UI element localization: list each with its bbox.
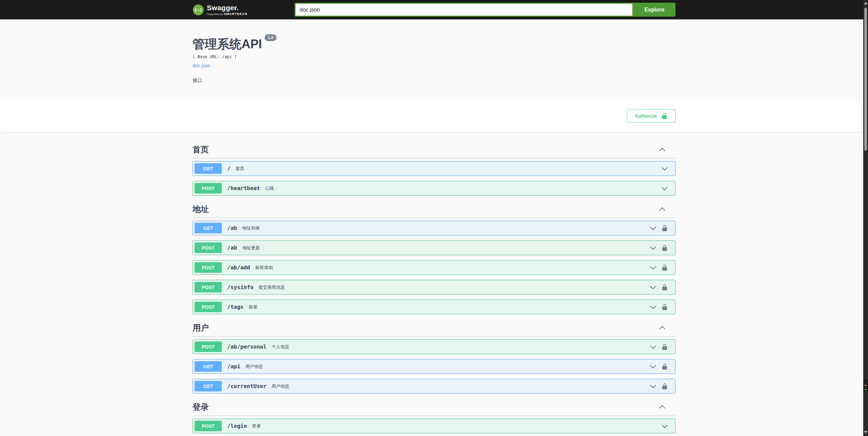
lock-icon-button[interactable] (661, 264, 668, 271)
chevron-down-icon[interactable] (661, 185, 668, 192)
lock-icon-button[interactable] (661, 284, 668, 291)
operation-summary: 心跳 (265, 185, 661, 191)
operation-path: /ab (227, 245, 237, 251)
operation-path: /api (227, 363, 240, 370)
topbar: {⋯} Swagger. Supported by SMARTBEAR Expl… (0, 0, 868, 19)
chevron-down-icon[interactable] (650, 363, 656, 370)
section-title: 登录 (193, 402, 209, 412)
method-badge: GET (195, 163, 222, 174)
chevron-up-icon[interactable] (659, 324, 666, 331)
operation-row[interactable]: POST /ab/personal 个人信息 (193, 339, 675, 354)
method-badge: POST (195, 282, 222, 292)
minimap-block (864, 380, 868, 391)
operation-summary: 个人信息 (272, 344, 650, 350)
unlock-icon (661, 113, 668, 119)
operation-row[interactable]: POST /heartbeat 心跳 (193, 181, 675, 196)
tag-section: 登录 POST /login 登录 POST /loginout 登录状态 (193, 399, 675, 436)
operation-path: /ab (227, 225, 237, 231)
operation-summary: 登录 (252, 423, 661, 429)
api-description: 接口 (193, 78, 675, 84)
method-badge: POST (195, 242, 222, 253)
operation-row[interactable]: GET /ab 地址列表 (193, 221, 675, 235)
scrollbar-thumb[interactable] (864, 8, 867, 151)
operation-summary: 地址列表 (242, 225, 650, 231)
tag-section: 首页 GET / 首页 POST /heartbeat 心跳 (193, 141, 675, 196)
method-badge: GET (195, 361, 222, 372)
authorize-button[interactable]: Authorize (627, 109, 675, 123)
method-badge: POST (195, 302, 222, 312)
lock-icon-button[interactable] (661, 225, 668, 232)
chevron-down-icon[interactable] (661, 423, 668, 430)
operation-row[interactable]: GET /currentUser 用户信息 (193, 379, 675, 393)
operation-summary: 标签添加 (255, 265, 650, 271)
scheme-container: Authorize (0, 100, 868, 132)
section-title: 用户 (193, 323, 209, 333)
operation-path: /heartbeat (227, 185, 260, 191)
tag-header[interactable]: 首页 (193, 141, 675, 158)
scroll-down-arrow[interactable] (864, 431, 867, 433)
scroll-up-arrow[interactable] (864, 2, 867, 4)
minimap-orange-marker (864, 385, 867, 386)
chevron-up-icon[interactable] (659, 404, 666, 410)
lock-icon-button[interactable] (661, 245, 668, 251)
explore-button[interactable]: Explore (633, 3, 675, 17)
spec-json-link[interactable]: doc.json (193, 63, 210, 68)
minimap-lines (864, 381, 867, 390)
section-title: 首页 (193, 145, 209, 155)
brand-subtitle: Supported by SMARTBEAR (207, 12, 248, 16)
operation-row[interactable]: POST /ab/add 标签添加 (193, 260, 675, 275)
operation-row[interactable]: POST /login 登录 (193, 419, 675, 433)
method-badge: POST (195, 421, 222, 431)
operation-path: /ab/add (227, 264, 250, 271)
tag-header[interactable]: 登录 (193, 399, 675, 416)
tag-section: 用户 POST /ab/personal 个人信息 (193, 319, 675, 393)
operation-path: /login (227, 423, 247, 429)
lock-icon-button[interactable] (661, 304, 668, 311)
operation-summary: 地址更新 (242, 245, 650, 251)
chevron-down-icon[interactable] (650, 304, 656, 311)
section-rows: POST /login 登录 POST /loginout 登录状态 (193, 419, 675, 436)
operation-path: /currentUser (227, 383, 267, 389)
operation-summary: 标签 (249, 304, 650, 310)
brand-title: Swagger. (207, 4, 248, 11)
chevron-down-icon[interactable] (650, 225, 656, 232)
operation-row[interactable]: GET / 首页 (193, 161, 675, 176)
chevron-up-icon[interactable] (659, 146, 666, 153)
tag-header[interactable]: 用户 (193, 319, 675, 337)
operation-row[interactable]: GET /api 用户信息 (193, 359, 675, 374)
chevron-down-icon[interactable] (650, 343, 656, 350)
chevron-down-icon[interactable] (650, 383, 656, 390)
operation-path: /ab/personal (227, 343, 267, 350)
api-info-section: 管理系统API1.0 [ Base URL: /api ] doc.json 接… (0, 19, 868, 100)
spec-url-input[interactable] (295, 3, 633, 17)
operation-row[interactable]: POST /sysinfo 提交系统信息 (193, 280, 675, 295)
authorize-label: Authorize (635, 113, 657, 119)
lock-icon-button[interactable] (661, 343, 668, 350)
section-rows: GET / 首页 POST /heartbeat 心跳 (193, 161, 675, 196)
operation-path: /tags (227, 304, 244, 310)
section-rows: GET /ab 地址列表 POST /ab 地址更新 (193, 221, 675, 314)
method-badge: GET (195, 381, 222, 391)
tag-header[interactable]: 地址 (193, 201, 675, 218)
swagger-logo[interactable]: {⋯} Swagger. Supported by SMARTBEAR (193, 4, 248, 16)
chevron-down-icon[interactable] (650, 245, 656, 251)
method-badge: POST (195, 262, 222, 273)
scrollbar-track[interactable] (863, 0, 868, 436)
minimap-green-marker (864, 389, 867, 390)
operation-row[interactable]: POST /ab 地址更新 (193, 240, 675, 255)
lock-icon-button[interactable] (661, 383, 668, 390)
operation-summary: 用户信息 (272, 383, 650, 389)
page-title: 管理系统API1.0 (193, 37, 675, 51)
section-title: 地址 (193, 204, 209, 214)
method-badge: POST (195, 183, 222, 194)
lock-icon-button[interactable] (661, 363, 668, 370)
operation-summary: 首页 (236, 166, 661, 172)
operation-summary: 用户信息 (246, 364, 650, 370)
chevron-down-icon[interactable] (650, 284, 656, 291)
chevron-down-icon[interactable] (661, 165, 668, 172)
operation-row[interactable]: POST /tags 标签 (193, 300, 675, 314)
operations-list: 首页 GET / 首页 POST /heartbeat 心跳 (193, 132, 675, 436)
chevron-down-icon[interactable] (650, 264, 656, 271)
method-badge: GET (195, 223, 222, 233)
chevron-up-icon[interactable] (659, 206, 666, 213)
